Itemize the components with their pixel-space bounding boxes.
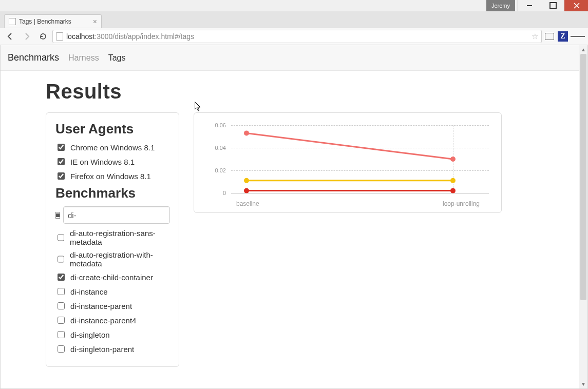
- browser-tab[interactable]: Tags | Benchmarks ×: [4, 14, 102, 28]
- ua-label: Chrome on Windows 8.1: [70, 143, 155, 152]
- benchmark-checkbox-row[interactable]: di-auto-registration-with-metadata: [55, 250, 169, 268]
- ua-ie-checkbox[interactable]: [58, 158, 65, 165]
- benchmark-checkbox-row[interactable]: di-instance-parent4: [55, 315, 169, 325]
- extension-z-icon[interactable]: Z: [557, 31, 568, 42]
- benchmark-checkbox[interactable]: [58, 317, 65, 324]
- reload-button[interactable]: [36, 29, 50, 44]
- window-maximize-button[interactable]: [541, 0, 564, 11]
- svg-point-5: [450, 178, 456, 183]
- benchmark-label: di-auto-registration-sans-metadata: [70, 229, 169, 246]
- app-brand[interactable]: Benchmarks: [8, 52, 59, 63]
- benchmark-checkbox[interactable]: [58, 256, 64, 263]
- benchmarks-heading: Benchmarks: [55, 185, 169, 201]
- page-viewport: Benchmarks Harness Tags Results User Age…: [1, 45, 579, 388]
- page-title: Results: [46, 80, 579, 103]
- tab-close-icon[interactable]: ×: [93, 17, 97, 26]
- user-agents-heading: User Agents: [55, 121, 169, 137]
- vertical-scrollbar[interactable]: ▲ ▼: [579, 45, 587, 388]
- benchmark-label: di-create-child-container: [70, 273, 153, 282]
- sidebar-panel: User Agents Chrome on Windows 8.1 IE on …: [46, 112, 179, 367]
- svg-point-2: [450, 157, 456, 162]
- benchmark-checkbox[interactable]: [58, 331, 65, 338]
- benchmark-checkbox-row[interactable]: di-singleton-parent: [55, 344, 169, 354]
- user-badge: Jeremy: [486, 0, 515, 11]
- benchmark-checkbox-row[interactable]: di-instance: [55, 286, 169, 297]
- svg-point-8: [450, 188, 456, 193]
- back-button[interactable]: [3, 29, 17, 44]
- scrollbar-track[interactable]: [579, 54, 587, 380]
- benchmark-label: di-singleton-parent: [70, 345, 134, 354]
- scroll-down-arrow-icon[interactable]: ▼: [579, 380, 587, 388]
- page-favicon-icon: [9, 18, 16, 25]
- address-bar[interactable]: localhost:3000/dist/app/index.html#/tags…: [52, 30, 542, 43]
- browser-tabstrip: Tags | Benchmarks ×: [0, 11, 588, 28]
- url-text: localhost:3000/dist/app/index.html#/tags: [66, 32, 194, 41]
- ua-chrome-checkbox[interactable]: [58, 144, 65, 151]
- benchmark-checkbox[interactable]: [58, 274, 65, 281]
- ua-label: IE on Windows 8.1: [70, 158, 135, 166]
- svg-line-0: [246, 133, 453, 159]
- ua-firefox-checkbox[interactable]: [58, 172, 65, 180]
- benchmark-list: di-auto-registration-sans-metadatadi-aut…: [55, 229, 169, 354]
- benchmark-checkbox-row[interactable]: di-create-child-container: [55, 272, 169, 282]
- ua-checkbox-row[interactable]: Firefox on Windows 8.1: [55, 171, 169, 181]
- app-navbar: Benchmarks Harness Tags: [1, 45, 579, 71]
- benchmark-checkbox[interactable]: [58, 234, 64, 241]
- window-minimize-button[interactable]: [517, 0, 541, 11]
- benchmark-checkbox-row[interactable]: di-auto-registration-sans-metadata: [55, 229, 169, 246]
- benchmark-checkbox[interactable]: [58, 345, 65, 353]
- chart-plot: [201, 120, 494, 207]
- chart-area: 00.020.040.06baselineloop-unrolling: [201, 120, 494, 207]
- browser-toolbar: localhost:3000/dist/app/index.html#/tags…: [0, 28, 588, 45]
- benchmark-checkbox-row[interactable]: di-instance-parent: [55, 301, 169, 311]
- benchmark-label: di-singleton: [70, 330, 110, 339]
- benchmark-label: di-instance-parent4: [70, 316, 136, 325]
- benchmark-label: di-instance: [70, 287, 108, 296]
- benchmarks-tristate-checkbox[interactable]: [55, 212, 60, 219]
- ua-checkbox-row[interactable]: Chrome on Windows 8.1: [55, 142, 169, 152]
- browser-menu-button[interactable]: [571, 29, 585, 44]
- nav-link-tags[interactable]: Tags: [108, 53, 126, 63]
- tab-title: Tags | Benchmarks: [19, 18, 93, 25]
- svg-point-4: [244, 178, 249, 183]
- benchmark-checkbox[interactable]: [58, 302, 65, 309]
- window-titlebar: Jeremy: [0, 0, 588, 11]
- benchmark-checkbox[interactable]: [58, 288, 65, 295]
- benchmark-label: di-auto-registration-with-metadata: [70, 250, 169, 268]
- scrollbar-thumb[interactable]: [580, 54, 586, 300]
- bookmark-star-icon[interactable]: ☆: [532, 32, 538, 41]
- svg-point-1: [244, 130, 249, 135]
- chart-panel: 00.020.040.06baselineloop-unrolling: [194, 112, 502, 213]
- scroll-up-arrow-icon[interactable]: ▲: [579, 45, 587, 54]
- cast-icon[interactable]: [544, 31, 555, 42]
- nav-link-harness[interactable]: Harness: [68, 53, 99, 63]
- benchmark-checkbox-row[interactable]: di-singleton: [55, 329, 169, 340]
- benchmark-label: di-instance-parent: [70, 302, 132, 310]
- benchmark-filter-input[interactable]: [63, 206, 170, 224]
- forward-button[interactable]: [20, 29, 34, 44]
- ua-label: Firefox on Windows 8.1: [70, 172, 151, 181]
- window-close-button[interactable]: [564, 0, 588, 11]
- ua-checkbox-row[interactable]: IE on Windows 8.1: [55, 157, 169, 167]
- svg-point-7: [244, 188, 249, 193]
- page-icon: [56, 32, 63, 41]
